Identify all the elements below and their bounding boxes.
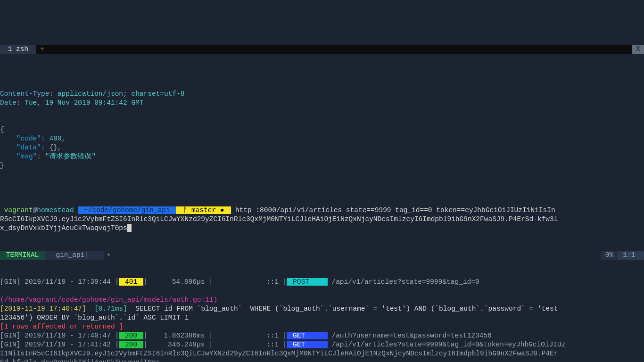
header-key: Date [0, 99, 17, 107]
method-get: GET [287, 332, 327, 339]
window-tabbar: 1 zsh + X [0, 45, 644, 54]
pane-add[interactable]: + [104, 251, 114, 260]
status-200: 200 [119, 332, 143, 339]
tab-add[interactable]: + [36, 45, 48, 54]
header-val: application/json; charset=utf-8 [58, 90, 185, 98]
method-get: GET [287, 341, 327, 348]
json-key-code: "code" [17, 135, 41, 142]
gin-line: [GIN] 2019/11/19 - 17:40:47 | [0, 332, 119, 339]
json-key-data: "data" [17, 144, 41, 151]
request-path-cont: I1NiIsInR5cCI6IkpXVCJ9.eyJ1c2VybmFtZSI6I… [0, 350, 558, 357]
pane-position: 1:1 [618, 251, 644, 260]
source-file: (/home/vagrant/code/gohome/gin_api/model… [0, 296, 217, 304]
prompt-path: ~/code/gohome/gin_api [78, 206, 176, 214]
request-path: /api/v1/articles?state=9999&tag_id=0 [328, 278, 479, 286]
json-brace: { [0, 126, 4, 133]
json-brace: } [0, 162, 4, 169]
prompt-user: vagrant [0, 206, 33, 214]
sql-timestamp: [2019-11-19 17:40:47] [0, 305, 86, 313]
shell-prompt[interactable]: vagrant@homestead ~/code/gohome/gin_api … [0, 206, 644, 233]
pane-percent: 0% [601, 251, 618, 260]
close-icon[interactable]: X [632, 45, 644, 54]
sql-query-cont: 123456') ORDER BY `blog_auth`.`id` ASC L… [0, 314, 189, 321]
tab-zsh[interactable]: 1 zsh [0, 45, 36, 54]
status-200: 200 [119, 341, 143, 348]
json-val-data: {} [49, 144, 57, 151]
http-response: Content-Type: application/json; charset=… [0, 81, 644, 170]
request-path-cont: Sd-kfw3lx_dsyDnVxkbIYjjAeuCkTwaqvqjT0ps [0, 359, 160, 362]
sql-duration: [0.71ms] [86, 305, 127, 313]
gin-line: [GIN] 2019/11/19 - 17:39:44 | [0, 278, 119, 286]
shell-command-cont: x_dsyDnVxkbIYjjAeuCkTwaqvqjT0ps [0, 224, 127, 232]
status-401: 401 [119, 278, 143, 286]
header-key: Content-Type [0, 90, 49, 98]
gin-line: [GIN] 2019/11/19 - 17:41:42 | [0, 341, 119, 348]
json-val-code: 400 [49, 135, 61, 142]
cursor [127, 224, 132, 232]
pane-ident: gin_api] [45, 251, 104, 260]
rows-affected: [1 rows affected or returned ] [0, 323, 123, 330]
shell-command-cont: R5cCI6IkpXVCJ9.eyJ1c2VybmFtZSI6InRlc3QiL… [0, 215, 558, 223]
shell-command: http :8000/api/v1/articles state==9999 t… [231, 206, 555, 214]
gin-log: [GIN] 2019/11/19 - 17:39:44 | 401 | 54.8… [0, 278, 644, 362]
json-val-msg: "请求参数错误" [45, 153, 96, 160]
pane-status-terminal: TERMINAL gin_api] +0%1:1 [0, 251, 644, 260]
method-post: POST [287, 278, 327, 286]
json-key-msg: "msg" [17, 153, 37, 160]
sql-query: SELECT id FROM `blog_auth` WHERE (`blog_… [127, 305, 558, 313]
request-path: /auth?username=test&password=test123456 [328, 332, 492, 339]
header-val: Tue, 19 Nov 2019 09:41:42 GMT [25, 99, 143, 107]
prompt-host: homestead [37, 206, 78, 214]
pane-label: TERMINAL [0, 251, 45, 260]
prompt-branch: ᚠ master ● [176, 206, 231, 214]
request-path: /api/v1/articles?state=9999&tag_id=0&tok… [328, 341, 566, 348]
